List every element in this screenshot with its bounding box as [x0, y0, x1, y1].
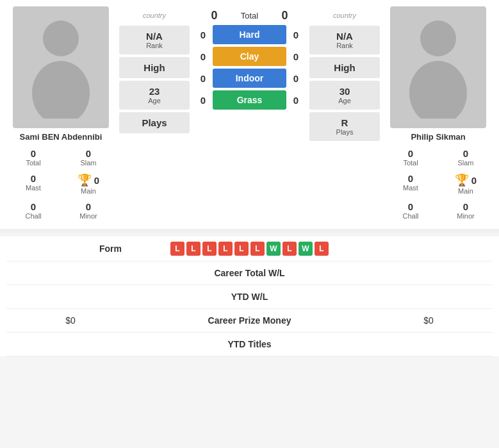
- indoor-row: 0 Indoor 0: [193, 69, 306, 88]
- left-rank-label: Rank: [146, 42, 163, 49]
- right-level-box: High: [309, 57, 380, 78]
- form-badge-0: L: [170, 242, 184, 256]
- right-mast-cell: 0 Mast: [384, 170, 438, 197]
- left-trophy-icon: 🏆: [78, 173, 92, 187]
- left-chall-cell: 0 Chall: [6, 199, 60, 222]
- right-minor-cell: 0 Minor: [439, 199, 493, 222]
- right-rank-value: N/A: [336, 31, 353, 42]
- right-country-container: country: [309, 6, 380, 23]
- left-total-label: Total: [26, 159, 40, 167]
- right-country-label: country: [333, 12, 356, 19]
- right-rank-box: N/A Rank: [309, 26, 380, 54]
- left-rank-value: N/A: [146, 31, 163, 42]
- left-age-box: 23 Age: [119, 81, 190, 110]
- left-level-value: High: [143, 62, 165, 73]
- right-player-card: Philip Sikman 0 Total 0 Slam 0 Mast 🏆: [384, 6, 493, 222]
- form-badge-7: L: [282, 242, 297, 256]
- form-label-container: Form: [6, 243, 135, 254]
- svg-point-0: [43, 21, 79, 56]
- right-chall-value: 0: [408, 201, 413, 212]
- right-mast-label: Mast: [403, 184, 418, 192]
- svg-point-3: [409, 61, 467, 119]
- form-badge-5: L: [250, 242, 265, 256]
- hard-score-left: 0: [193, 29, 213, 40]
- right-trophy-main-cell: 🏆 0 Main: [439, 170, 493, 197]
- right-main-value: 0: [471, 175, 477, 186]
- right-plays-box: R Plays: [309, 112, 380, 141]
- form-badge-8: W: [299, 242, 313, 256]
- left-player-card: Sami BEN Abdennibi 0 Total 0 Slam 0 Mast…: [6, 6, 115, 222]
- left-minor-value: 0: [86, 201, 91, 212]
- hard-score-right: 0: [286, 29, 306, 40]
- indoor-button[interactable]: Indoor: [213, 69, 286, 88]
- indoor-score-right: 0: [286, 73, 306, 84]
- hard-row: 0 Hard 0: [193, 25, 306, 44]
- prize-right: $0: [364, 315, 493, 326]
- middle-section: country N/A Rank High 23 Age Plays: [119, 6, 380, 222]
- form-badge-9: L: [315, 242, 329, 256]
- grass-button[interactable]: Grass: [213, 90, 286, 110]
- right-minor-label: Minor: [457, 212, 475, 220]
- right-slam-cell: 0 Slam: [439, 145, 493, 169]
- left-total-value: 0: [31, 148, 36, 159]
- form-badge-4: L: [234, 242, 249, 256]
- left-total-cell: 0 Total: [6, 145, 60, 169]
- right-chall-label: Chall: [402, 212, 418, 220]
- ytd-titles-label: YTD Titles: [135, 339, 364, 349]
- right-main-label: Main: [458, 187, 473, 195]
- form-badge-2: L: [202, 242, 217, 256]
- left-age-label: Age: [148, 97, 161, 104]
- left-level-box: High: [119, 57, 190, 78]
- career-prize-label: Career Prize Money: [135, 315, 364, 326]
- left-country-label: country: [143, 12, 166, 19]
- left-plays-value: Plays: [142, 117, 167, 128]
- clay-button[interactable]: Clay: [213, 47, 286, 66]
- indoor-score-left: 0: [193, 73, 213, 84]
- left-chall-value: 0: [31, 201, 36, 212]
- left-age-value: 23: [149, 86, 160, 97]
- left-player-stats: 0 Total 0 Slam 0 Mast 🏆 0 Main: [6, 145, 115, 222]
- hard-button[interactable]: Hard: [213, 25, 286, 44]
- right-player-stats: 0 Total 0 Slam 0 Mast 🏆 0 Main: [384, 145, 493, 222]
- right-total-value: 0: [408, 148, 413, 159]
- left-rank-box: N/A Rank: [119, 26, 190, 54]
- section-divider-1: [0, 229, 499, 233]
- right-plays-value: R: [341, 117, 348, 128]
- right-rank-label: Rank: [336, 42, 353, 49]
- left-chall-label: Chall: [25, 212, 41, 220]
- left-player-name: Sami BEN Abdennibi: [20, 132, 102, 142]
- left-stats-panel: country N/A Rank High 23 Age Plays: [119, 6, 190, 222]
- left-trophy-main-cell: 🏆 0 Main: [61, 170, 115, 197]
- left-mast-value: 0: [31, 173, 36, 184]
- left-player-avatar: [13, 6, 109, 128]
- bottom-section: Form LLLLLLWLWL Career Total W/L YTD W/L…: [0, 236, 499, 356]
- right-player-name: Philip Sikman: [411, 132, 465, 142]
- clay-row: 0 Clay 0: [193, 47, 306, 66]
- career-total-wl-row: Career Total W/L: [6, 261, 493, 285]
- form-badge-6: W: [266, 242, 281, 256]
- right-age-box: 30 Age: [309, 81, 380, 110]
- total-score-left: 0: [205, 9, 224, 22]
- right-level-value: High: [334, 62, 355, 73]
- career-prize-row: $0 Career Prize Money $0: [6, 309, 493, 333]
- svg-point-2: [420, 21, 456, 56]
- ytd-wl-row: YTD W/L: [6, 285, 493, 309]
- prize-left: $0: [6, 315, 135, 326]
- left-plays-box: Plays: [119, 112, 190, 133]
- form-badges-container: LLLLLLWLWL: [135, 242, 364, 256]
- right-chall-cell: 0 Chall: [384, 199, 438, 222]
- form-row: Form LLLLLLWLWL: [6, 236, 493, 261]
- left-country-container: country: [119, 6, 190, 23]
- left-mast-label: Mast: [26, 184, 41, 192]
- left-main-value: 0: [94, 175, 99, 186]
- right-total-cell: 0 Total: [384, 145, 438, 169]
- grass-score-right: 0: [286, 95, 306, 106]
- right-player-avatar: [390, 6, 486, 128]
- clay-score-left: 0: [193, 51, 213, 62]
- right-trophy-icon: 🏆: [455, 173, 469, 187]
- form-badge-3: L: [218, 242, 233, 256]
- left-minor-cell: 0 Minor: [61, 199, 115, 222]
- center-buttons-section: 0 Total 0 0 Hard 0 0 Clay 0 0: [193, 6, 306, 222]
- total-row: 0 Total 0: [193, 6, 306, 25]
- form-badge-1: L: [186, 242, 200, 256]
